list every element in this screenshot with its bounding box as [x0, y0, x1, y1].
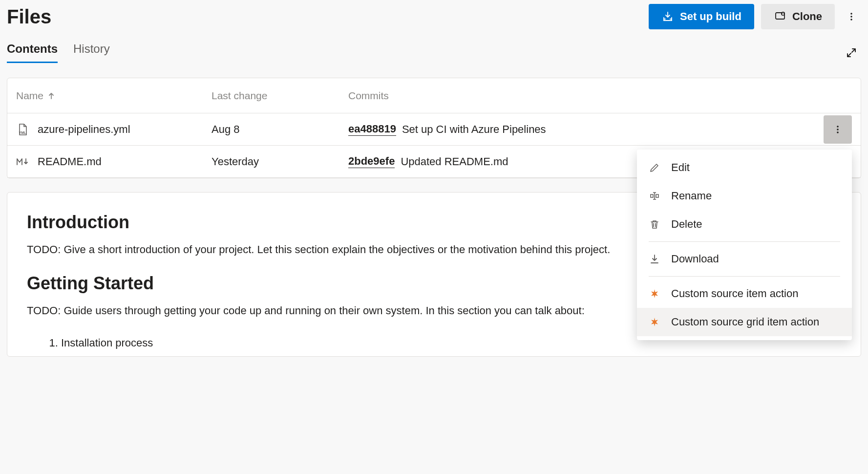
menu-item-label: Download — [671, 253, 719, 265]
more-vertical-icon — [833, 125, 843, 134]
tab-contents[interactable]: Contents — [7, 42, 58, 63]
menu-item-label: Rename — [671, 190, 712, 202]
clone-button[interactable]: Clone — [761, 4, 835, 29]
row-more-button[interactable] — [824, 115, 852, 144]
setup-build-button[interactable]: Set up build — [649, 4, 754, 29]
svg-point-7 — [837, 129, 839, 130]
menu-item-label: Custom source grid item action — [671, 316, 819, 328]
setup-build-label: Set up build — [680, 10, 741, 23]
column-header-last-change[interactable]: Last change — [212, 90, 348, 102]
expand-icon — [846, 47, 857, 59]
asterisk-icon — [649, 288, 660, 300]
column-header-commits[interactable]: Commits — [348, 90, 818, 102]
menu-item-custom-source[interactable]: Custom source item action — [637, 280, 852, 308]
commit-message: Set up CI with Azure Pipelines — [402, 123, 546, 136]
menu-item-custom-source-grid[interactable]: Custom source grid item action — [637, 308, 852, 336]
menu-divider — [649, 276, 840, 277]
clone-label: Clone — [792, 10, 822, 23]
file-table-header: Name Last change Commits — [7, 78, 861, 113]
svg-point-4 — [850, 19, 852, 21]
commit-hash-link[interactable]: 2bde9efe — [348, 155, 395, 168]
table-row[interactable]: YML azure-pipelines.yml Aug 8 ea488819 S… — [7, 113, 861, 146]
yml-file-icon: YML — [16, 123, 29, 136]
more-vertical-icon — [847, 12, 856, 22]
delete-icon — [649, 218, 660, 230]
file-name-cell: YML azure-pipelines.yml — [16, 123, 212, 136]
header-more-button[interactable] — [842, 7, 861, 26]
svg-point-2 — [850, 13, 852, 15]
menu-item-download[interactable]: Download — [637, 245, 852, 273]
context-menu: Edit Rename Delete — [637, 150, 852, 340]
menu-item-label: Edit — [671, 161, 690, 174]
fullscreen-button[interactable] — [842, 43, 861, 63]
file-name-cell: README.md — [16, 155, 212, 168]
tabs-row: Contents History — [7, 42, 861, 63]
page-title: Files — [7, 6, 51, 28]
column-header-name-label: Name — [16, 90, 43, 102]
svg-point-8 — [837, 131, 839, 133]
asterisk-icon — [649, 316, 660, 328]
page-header: Files Set up build — [7, 4, 861, 33]
commit-hash-link[interactable]: ea488819 — [348, 123, 396, 136]
menu-divider — [649, 241, 840, 242]
file-name: README.md — [38, 155, 102, 168]
menu-item-rename[interactable]: Rename — [637, 182, 852, 210]
commit-message: Updated README.md — [401, 155, 508, 168]
menu-item-label: Custom source item action — [671, 287, 798, 300]
clone-icon — [774, 10, 786, 23]
edit-icon — [649, 162, 660, 173]
tabs: Contents History — [7, 42, 110, 63]
column-header-name[interactable]: Name — [16, 90, 212, 102]
svg-text:YML: YML — [19, 131, 27, 134]
menu-item-edit[interactable]: Edit — [637, 153, 852, 182]
svg-point-3 — [850, 16, 852, 18]
file-table: Name Last change Commits YML azure-pipel… — [7, 78, 861, 178]
file-last-change: Yesterday — [212, 155, 348, 168]
sort-asc-icon — [47, 92, 55, 100]
file-last-change: Aug 8 — [212, 123, 348, 136]
rename-icon — [649, 190, 660, 202]
file-commit-cell: ea488819 Set up CI with Azure Pipelines — [348, 123, 818, 136]
svg-point-6 — [837, 126, 839, 128]
markdown-file-icon — [16, 155, 29, 168]
download-icon — [649, 253, 660, 265]
menu-item-delete[interactable]: Delete — [637, 210, 852, 238]
menu-item-label: Delete — [671, 218, 702, 231]
header-actions: Set up build Clone — [649, 4, 861, 29]
tab-history[interactable]: History — [73, 42, 110, 63]
file-name: azure-pipelines.yml — [38, 123, 130, 136]
build-icon — [661, 10, 674, 23]
